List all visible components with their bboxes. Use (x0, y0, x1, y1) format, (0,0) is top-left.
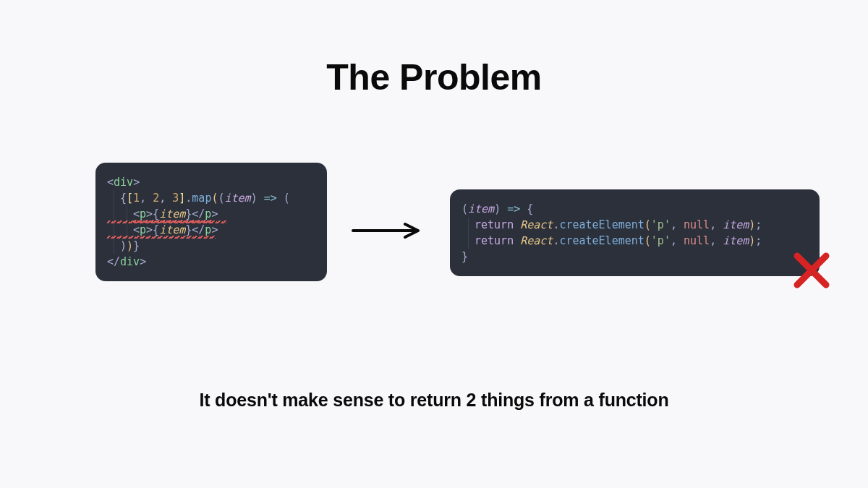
code-line: </div> (107, 254, 312, 270)
token: , (710, 218, 723, 231)
token: p (140, 207, 146, 221)
token: { (120, 192, 127, 205)
token: 'p' (651, 218, 671, 231)
token: ; (755, 218, 762, 231)
token: createElement (559, 218, 644, 231)
code-line: <p>{item}</p> (107, 222, 312, 238)
code-line: <p>{item}</p> (107, 206, 312, 222)
token (520, 202, 527, 215)
token: > (133, 176, 140, 189)
token: . (185, 192, 192, 205)
token: 2 (153, 192, 159, 205)
token: ) (494, 202, 501, 215)
token: return (475, 234, 514, 247)
token: , (671, 234, 684, 247)
arrow-right-icon (352, 223, 424, 239)
slide-title: The Problem (0, 56, 868, 98)
token: => (507, 202, 520, 215)
token: , (140, 192, 153, 205)
slide-caption: It doesn't make sense to return 2 things… (0, 390, 868, 411)
token: ( (644, 234, 651, 247)
token: } (185, 223, 192, 236)
code-line: (item) => { (461, 201, 805, 217)
error-x-icon (791, 250, 832, 291)
token: , (710, 234, 723, 247)
token: => (264, 192, 277, 205)
token: ) (749, 218, 755, 231)
token: div (114, 176, 133, 189)
token: > (140, 255, 146, 268)
token: 'p' (651, 234, 671, 247)
token: 1 (133, 192, 140, 205)
code-line: <div> (107, 174, 312, 190)
token: ; (755, 234, 762, 247)
token (514, 234, 520, 247)
token: ) (251, 192, 258, 205)
code-line: return React.createElement('p', null, it… (461, 217, 805, 233)
token (277, 192, 284, 205)
token (501, 202, 507, 215)
token: { (153, 207, 159, 221)
token: map (192, 192, 211, 205)
token: , (159, 192, 172, 205)
code-line: {[1, 2, 3].map((item) => ( (107, 190, 312, 206)
token: } (133, 239, 140, 252)
code-line: } (461, 249, 805, 265)
token: ] (179, 192, 185, 205)
token: ) (120, 239, 127, 252)
token: </ (192, 207, 205, 221)
code-line: return React.createElement('p', null, it… (461, 233, 805, 249)
token: div (120, 255, 140, 268)
token: return (475, 218, 514, 231)
token: ( (461, 202, 468, 215)
token: </ (107, 255, 120, 268)
token: < (107, 176, 114, 189)
token: > (211, 207, 218, 221)
token: item (723, 218, 749, 231)
token: item (468, 202, 494, 215)
token: React (520, 218, 553, 231)
code-block-compiled: (item) => { return React.createElement('… (450, 189, 820, 276)
token: item (723, 234, 749, 247)
token: null (684, 234, 710, 247)
token: p (140, 223, 146, 236)
token: ) (749, 234, 755, 247)
token: ( (284, 192, 290, 205)
token: ) (127, 239, 133, 252)
token: [ (127, 192, 133, 205)
token: } (461, 250, 468, 263)
token: </ (192, 223, 205, 236)
token: > (146, 207, 153, 221)
code-block-jsx: <div> {[1, 2, 3].map((item) => ( <p>{ite… (95, 163, 327, 281)
token: item (159, 207, 185, 221)
token: } (185, 207, 192, 221)
token: ( (218, 192, 224, 205)
token: 3 (172, 192, 179, 205)
token: < (133, 223, 140, 236)
token: item (225, 192, 251, 205)
token: , (671, 218, 684, 231)
token: < (133, 207, 140, 221)
token: > (211, 223, 218, 236)
token: null (684, 218, 710, 231)
token (514, 218, 520, 231)
token: ( (644, 218, 651, 231)
token: > (146, 223, 153, 236)
code-line: ))} (107, 238, 312, 254)
token: { (153, 223, 159, 236)
token: React (520, 234, 553, 247)
token: createElement (559, 234, 644, 247)
token (258, 192, 264, 205)
token: item (159, 223, 185, 236)
token: { (527, 202, 533, 215)
